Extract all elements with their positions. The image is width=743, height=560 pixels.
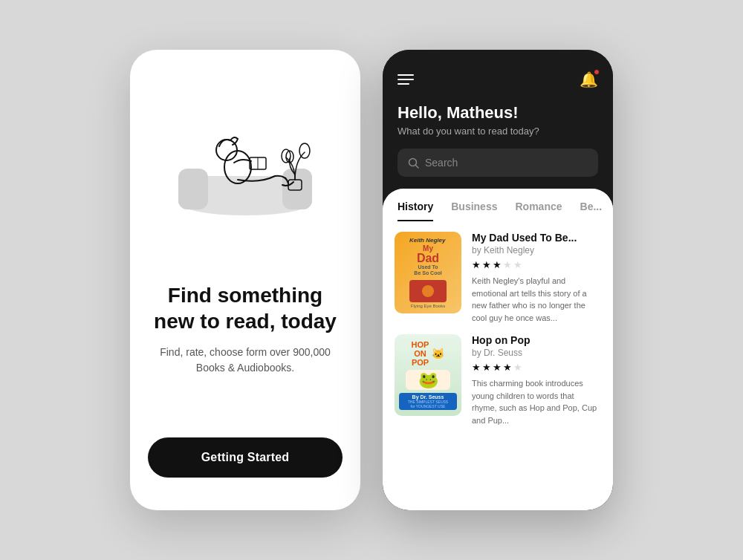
star-1: ★ bbox=[472, 362, 481, 373]
star-4: ★ bbox=[503, 362, 512, 373]
star-rating: ★ ★ ★ ★ ★ bbox=[472, 259, 601, 270]
search-bar[interactable]: Search bbox=[398, 149, 598, 177]
star-5: ★ bbox=[513, 259, 522, 270]
illustration-area bbox=[148, 87, 343, 221]
book-author: by Keith Negley bbox=[472, 245, 601, 255]
svg-point-10 bbox=[299, 143, 310, 158]
greeting-subtitle: What do you want to read today? bbox=[398, 126, 598, 137]
svg-rect-2 bbox=[178, 169, 208, 209]
book-description-2: This charming book introduces young chil… bbox=[472, 377, 601, 426]
star-4: ★ bbox=[503, 259, 512, 270]
search-placeholder: Search bbox=[425, 157, 458, 169]
book-card-2: HOPONPOP 🐱 🐸 By Dr. Seuss THE SIMPLEST S… bbox=[395, 334, 601, 426]
getting-started-button[interactable]: Getting Started bbox=[148, 437, 343, 478]
menu-button[interactable] bbox=[398, 74, 414, 85]
right-phone: 🔔 Hello, Matheus! What do you want to re… bbox=[383, 50, 613, 510]
search-icon bbox=[408, 157, 419, 169]
tab-history[interactable]: History bbox=[398, 201, 433, 221]
top-nav: 🔔 bbox=[398, 71, 598, 88]
book-author-2: by Dr. Seuss bbox=[472, 348, 601, 358]
books-list: Keith Negley My Dad Used ToBe So Cool Fl… bbox=[383, 221, 613, 510]
svg-rect-3 bbox=[282, 169, 312, 209]
book-title: My Dad Used To Be... bbox=[472, 232, 601, 244]
category-tabs: History Business Romance Be... bbox=[383, 189, 613, 221]
left-text-area: Find something new to read, today Find, … bbox=[148, 282, 343, 376]
star-5: ★ bbox=[513, 362, 522, 373]
reading-illustration bbox=[163, 87, 327, 221]
content-area: History Business Romance Be... Keith Neg… bbox=[383, 189, 613, 510]
star-2: ★ bbox=[482, 259, 491, 270]
dark-header: 🔔 Hello, Matheus! What do you want to re… bbox=[383, 50, 613, 189]
notification-dot bbox=[594, 69, 600, 75]
book-description: Keith Negley's playful and emotional art… bbox=[472, 275, 601, 324]
tab-business[interactable]: Business bbox=[451, 201, 497, 221]
svg-line-13 bbox=[416, 165, 419, 168]
star-1: ★ bbox=[472, 259, 481, 270]
tab-romance[interactable]: Romance bbox=[515, 201, 562, 221]
sub-title: Find, rate, choose form over 900,000 Boo… bbox=[154, 345, 337, 376]
star-rating-2: ★ ★ ★ ★ ★ bbox=[472, 362, 601, 373]
main-title: Find something new to read, today bbox=[154, 282, 337, 334]
star-3: ★ bbox=[493, 259, 502, 270]
greeting-title: Hello, Matheus! bbox=[398, 103, 598, 123]
book-info-2: Hop on Pop by Dr. Seuss ★ ★ ★ ★ ★ This c… bbox=[472, 334, 601, 426]
book-cover-dad[interactable]: Keith Negley My Dad Used ToBe So Cool Fl… bbox=[395, 232, 461, 313]
star-2: ★ bbox=[482, 362, 491, 373]
book-cover-hop[interactable]: HOPONPOP 🐱 🐸 By Dr. Seuss THE SIMPLEST S… bbox=[395, 334, 461, 416]
tab-more[interactable]: Be... bbox=[580, 201, 603, 221]
notification-button[interactable]: 🔔 bbox=[580, 71, 598, 88]
book-info: My Dad Used To Be... by Keith Negley ★ ★… bbox=[472, 232, 601, 324]
left-phone: Find something new to read, today Find, … bbox=[130, 50, 360, 510]
book-title-2: Hop on Pop bbox=[472, 334, 601, 346]
star-3: ★ bbox=[493, 362, 502, 373]
book-card: Keith Negley My Dad Used ToBe So Cool Fl… bbox=[395, 232, 601, 324]
